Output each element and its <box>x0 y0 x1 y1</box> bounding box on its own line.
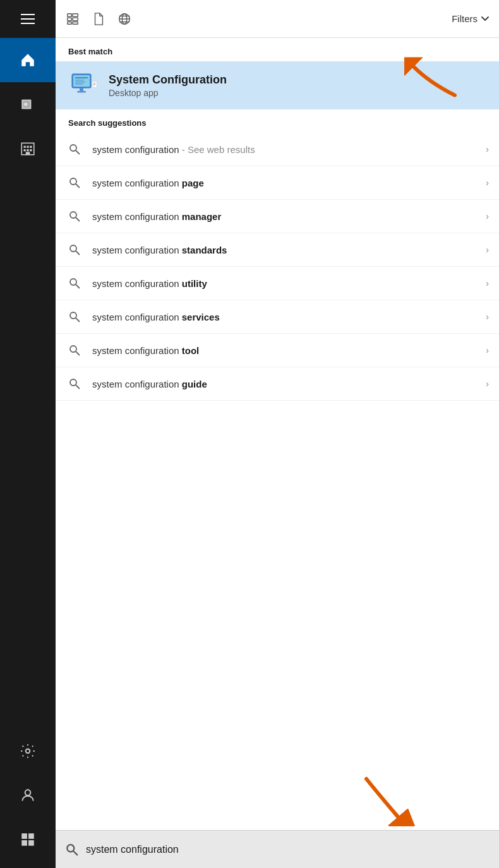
suggestion-item-3[interactable]: system configuration standards › <box>56 233 499 267</box>
globe-icon[interactable] <box>117 12 131 26</box>
svg-line-47 <box>76 217 80 221</box>
svg-line-55 <box>76 351 80 355</box>
search-icon-0 <box>66 140 83 158</box>
svg-rect-4 <box>24 146 26 148</box>
search-input[interactable] <box>86 844 489 855</box>
svg-rect-36 <box>77 91 86 93</box>
svg-line-49 <box>76 251 80 255</box>
svg-line-53 <box>76 318 80 322</box>
sidebar-item-record[interactable] <box>0 82 56 126</box>
arrow-annotation-top <box>404 58 461 104</box>
svg-rect-20 <box>73 13 78 16</box>
sidebar-item-settings[interactable] <box>0 729 56 773</box>
chevron-icon-6: › <box>486 345 489 355</box>
svg-rect-18 <box>68 18 71 21</box>
sidebar-item-start[interactable] <box>0 817 56 862</box>
chevron-icon-0: › <box>486 144 489 154</box>
svg-line-57 <box>76 385 80 389</box>
svg-point-54 <box>70 346 76 352</box>
svg-point-2 <box>24 102 27 106</box>
svg-rect-40 <box>93 85 95 86</box>
search-suggestions-label: Search suggestions <box>56 109 499 133</box>
filters-button[interactable]: Filters <box>452 13 489 24</box>
svg-line-51 <box>76 284 80 288</box>
svg-point-12 <box>25 790 31 795</box>
sidebar-item-account[interactable] <box>0 773 56 817</box>
svg-line-45 <box>76 184 80 188</box>
search-icon-3 <box>66 241 83 259</box>
document-icon[interactable] <box>92 12 105 26</box>
chevron-icon-2: › <box>486 211 489 221</box>
search-icon-6 <box>66 341 83 359</box>
svg-rect-29 <box>73 75 90 87</box>
sidebar <box>0 0 56 868</box>
search-icon-5 <box>66 308 83 326</box>
svg-rect-16 <box>28 840 34 846</box>
svg-point-42 <box>70 145 76 151</box>
svg-rect-38 <box>93 83 96 83</box>
svg-point-11 <box>26 749 30 754</box>
svg-rect-13 <box>21 833 27 839</box>
best-match-title: System Configuration <box>109 73 227 87</box>
suggestion-item-2[interactable]: system configuration manager › <box>56 200 499 233</box>
windows-icon <box>20 831 36 848</box>
record-icon <box>20 96 36 113</box>
search-icon-4 <box>66 274 83 292</box>
suggestion-item-0[interactable]: system configuration - See web results › <box>56 133 499 166</box>
best-match-item[interactable]: System Configuration Desktop app <box>56 61 499 109</box>
suggestion-item-1[interactable]: system configuration page › <box>56 166 499 200</box>
svg-rect-34 <box>75 83 83 85</box>
chevron-icon-3: › <box>486 245 489 255</box>
svg-rect-22 <box>73 21 78 24</box>
svg-point-44 <box>70 178 76 185</box>
search-box[interactable] <box>56 830 499 868</box>
search-icon-7 <box>66 375 83 393</box>
svg-rect-9 <box>30 149 32 151</box>
person-icon <box>20 787 36 804</box>
suggestion-item-4[interactable]: system configuration utility › <box>56 267 499 300</box>
svg-rect-6 <box>30 146 32 148</box>
toolbar: Filters <box>56 0 499 38</box>
svg-rect-21 <box>73 18 78 21</box>
best-match-subtitle: Desktop app <box>109 88 227 98</box>
building-icon <box>20 140 36 157</box>
svg-rect-35 <box>80 88 83 91</box>
system-config-icon <box>68 70 99 101</box>
hamburger-menu[interactable] <box>0 0 56 38</box>
suggestion-item-7[interactable]: system configuration guide › <box>56 367 499 401</box>
home-icon <box>20 52 36 68</box>
search-icon-1 <box>66 174 83 192</box>
svg-rect-19 <box>68 21 71 24</box>
svg-point-48 <box>70 245 76 252</box>
svg-rect-31 <box>75 77 88 78</box>
results-area: Best match <box>56 38 499 830</box>
sidebar-item-building[interactable] <box>0 126 56 171</box>
main-panel: Filters Best match <box>56 0 499 868</box>
svg-line-60 <box>73 851 78 855</box>
suggestion-item-5[interactable]: system configuration services › <box>56 300 499 334</box>
search-icon-2 <box>66 207 83 225</box>
chevron-icon-5: › <box>486 312 489 322</box>
svg-rect-10 <box>26 152 30 154</box>
svg-point-46 <box>70 212 76 218</box>
search-area <box>56 830 499 868</box>
svg-point-56 <box>70 379 76 386</box>
grid-view-icon[interactable] <box>66 12 80 26</box>
best-match-label: Best match <box>56 38 499 61</box>
suggestion-item-6[interactable]: system configuration tool › <box>56 334 499 367</box>
svg-rect-14 <box>28 833 34 839</box>
chevron-icon-1: › <box>486 178 489 188</box>
svg-rect-33 <box>75 82 85 83</box>
svg-rect-8 <box>27 149 28 151</box>
svg-rect-5 <box>27 146 28 148</box>
svg-rect-32 <box>75 80 84 81</box>
sidebar-item-home[interactable] <box>0 38 56 82</box>
svg-point-59 <box>67 845 74 852</box>
svg-line-43 <box>76 150 80 154</box>
chevron-icon-7: › <box>486 379 489 389</box>
chevron-icon-4: › <box>486 278 489 288</box>
search-box-icon <box>66 843 78 856</box>
chevron-down-icon <box>481 16 489 21</box>
svg-point-50 <box>70 279 76 285</box>
svg-rect-39 <box>93 84 96 85</box>
